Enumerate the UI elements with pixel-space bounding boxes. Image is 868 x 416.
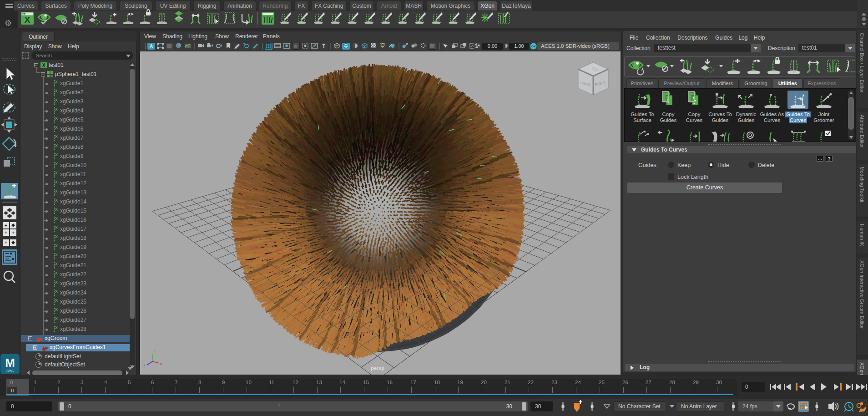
svg-text:X: X xyxy=(55,234,58,239)
svg-text:X: X xyxy=(55,125,58,130)
svg-text:X: X xyxy=(55,216,58,221)
svg-text:X: X xyxy=(55,244,58,248)
svg-text:X: X xyxy=(55,180,58,184)
svg-text:X: X xyxy=(55,107,58,112)
svg-text:+: + xyxy=(5,230,7,235)
svg-text:X: X xyxy=(55,80,58,84)
svg-text:X: X xyxy=(55,289,58,294)
svg-text:X: X xyxy=(55,152,58,157)
svg-text:X: X xyxy=(55,143,58,148)
svg-text:x: x xyxy=(160,362,162,366)
svg-text:X: X xyxy=(55,271,58,275)
svg-text:X: X xyxy=(55,325,58,330)
svg-text:X: X xyxy=(55,134,58,139)
svg-text:X: X xyxy=(55,171,58,175)
svg-text:X: X xyxy=(55,316,58,321)
svg-text:AYA: AYA xyxy=(6,369,14,373)
svg-text:X: X xyxy=(55,89,58,93)
svg-text:M: M xyxy=(5,356,15,370)
svg-text:X: X xyxy=(55,253,58,257)
svg-text:X: X xyxy=(55,262,58,266)
svg-text:+: + xyxy=(5,240,7,245)
svg-text:X: X xyxy=(55,207,58,212)
svg-text:X: X xyxy=(55,98,58,102)
svg-text:+: + xyxy=(12,230,15,235)
svg-text:X: X xyxy=(55,225,58,230)
svg-text:+: + xyxy=(5,223,7,228)
svg-text:z: z xyxy=(143,363,145,367)
svg-text:X: X xyxy=(55,198,58,203)
svg-text:persp: persp xyxy=(371,365,384,371)
svg-text:X: X xyxy=(55,189,58,193)
svg-text:X: X xyxy=(25,15,30,25)
svg-text:X: X xyxy=(55,280,58,284)
svg-text:X: X xyxy=(55,307,58,312)
svg-text:X: X xyxy=(55,298,58,303)
svg-text:ON: ON xyxy=(531,45,535,48)
svg-text:X: X xyxy=(55,116,58,121)
svg-text:X: X xyxy=(55,162,58,166)
svg-text:Y: Y xyxy=(153,350,156,354)
